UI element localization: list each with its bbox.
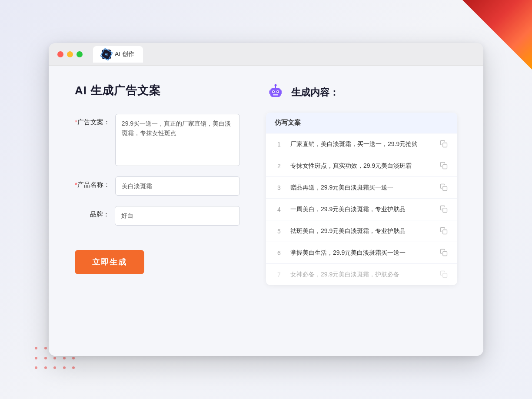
brand-label: 品牌：	[75, 206, 110, 219]
svg-rect-15	[443, 251, 447, 256]
left-panel: AI 生成广告文案 *广告文案： *产品名称： 品牌： 立	[75, 83, 240, 339]
copy-icon[interactable]	[440, 227, 449, 236]
result-item: 1 厂家直销，美白淡斑霜，买一送一，29.9元抢购	[266, 133, 457, 155]
svg-rect-0	[270, 88, 281, 97]
result-item: 2 专抹女性斑点，真实功效，29.9元美白淡斑霜	[266, 155, 457, 177]
right-header: 生成内容：	[266, 83, 457, 102]
copy-icon[interactable]	[440, 249, 449, 257]
result-text: 赠品再送，29.9元美白淡斑霜买一送一	[290, 183, 433, 192]
window-controls	[57, 51, 83, 57]
copy-icon[interactable]	[440, 162, 449, 170]
browser-window: AI AI 创作 AI 生成广告文案 *广告文案： *产品名称：	[49, 43, 483, 356]
result-text: 掌握美白生活，29.9元美白淡斑霜买一送一	[290, 248, 433, 257]
result-item: 3 赠品再送，29.9元美白淡斑霜买一送一	[266, 177, 457, 199]
content-area: AI 生成广告文案 *广告文案： *产品名称： 品牌： 立	[49, 66, 483, 356]
copy-icon[interactable]	[440, 140, 449, 149]
result-number: 6	[275, 249, 283, 256]
result-text: 一周美白，29.9元美白淡斑霜，专业护肤品	[290, 205, 433, 214]
svg-rect-11	[443, 164, 447, 169]
result-text: 专抹女性斑点，真实功效，29.9元美白淡斑霜	[290, 161, 433, 170]
result-number: 2	[275, 163, 283, 170]
ad-copy-group: *广告文案：	[75, 114, 240, 166]
result-number: 5	[275, 228, 283, 235]
product-name-label: *产品名称：	[75, 176, 110, 189]
page-title: AI 生成广告文案	[75, 83, 240, 98]
svg-rect-5	[273, 94, 278, 96]
title-bar: AI AI 创作	[49, 43, 483, 66]
results-container: 仿写文案 1 厂家直销，美白淡斑霜，买一送一，29.9元抢购 2 专抹女性斑点，…	[266, 113, 457, 285]
svg-rect-13	[443, 208, 447, 212]
result-number: 1	[275, 141, 283, 148]
minimize-button[interactable]	[67, 51, 73, 57]
ad-copy-textarea[interactable]	[115, 114, 240, 166]
svg-point-7	[275, 84, 277, 86]
result-item: 5 祛斑美白，29.9元美白淡斑霜，专业护肤品	[266, 220, 457, 242]
result-item: 7 女神必备，29.9元美白淡斑霜，护肤必备	[266, 264, 457, 285]
result-number: 4	[275, 206, 283, 213]
product-name-input[interactable]	[115, 176, 240, 196]
tab-label: AI 创作	[115, 50, 134, 58]
svg-rect-16	[443, 273, 447, 277]
close-button[interactable]	[57, 51, 63, 57]
right-title: 生成内容：	[291, 86, 339, 99]
product-name-group: *产品名称：	[75, 176, 240, 196]
svg-rect-14	[443, 229, 447, 234]
maximize-button[interactable]	[76, 51, 83, 57]
copy-icon[interactable]	[440, 183, 449, 192]
brand-input[interactable]	[115, 206, 240, 225]
copy-icon[interactable]	[440, 270, 449, 279]
ai-creation-tab[interactable]: AI AI 创作	[93, 46, 143, 63]
svg-rect-8	[269, 90, 270, 94]
svg-point-4	[277, 91, 279, 93]
results-list: 1 厂家直销，美白淡斑霜，买一送一，29.9元抢购 2 专抹女性斑点，真实功效，…	[266, 133, 457, 285]
copy-icon[interactable]	[440, 205, 449, 214]
brand-group: 品牌：	[75, 206, 240, 225]
result-text: 厂家直销，美白淡斑霜，买一送一，29.9元抢购	[290, 140, 433, 149]
right-panel: 生成内容： 仿写文案 1 厂家直销，美白淡斑霜，买一送一，29.9元抢购 2 专…	[266, 83, 457, 339]
result-number: 7	[275, 271, 283, 278]
svg-rect-10	[443, 143, 447, 147]
result-item: 4 一周美白，29.9元美白淡斑霜，专业护肤品	[266, 199, 457, 220]
tab-icon: AI	[102, 50, 111, 59]
result-item: 6 掌握美白生活，29.9元美白淡斑霜买一送一	[266, 242, 457, 264]
svg-point-3	[273, 91, 274, 93]
svg-rect-12	[443, 186, 447, 190]
generate-button[interactable]: 立即生成	[75, 250, 144, 274]
result-text: 祛斑美白，29.9元美白淡斑霜，专业护肤品	[290, 226, 433, 236]
result-number: 3	[275, 184, 283, 191]
robot-icon	[266, 83, 285, 102]
ad-copy-label: *广告文案：	[75, 114, 110, 126]
svg-rect-9	[281, 90, 282, 94]
results-header: 仿写文案	[266, 113, 457, 133]
result-text: 女神必备，29.9元美白淡斑霜，护肤必备	[290, 270, 433, 279]
